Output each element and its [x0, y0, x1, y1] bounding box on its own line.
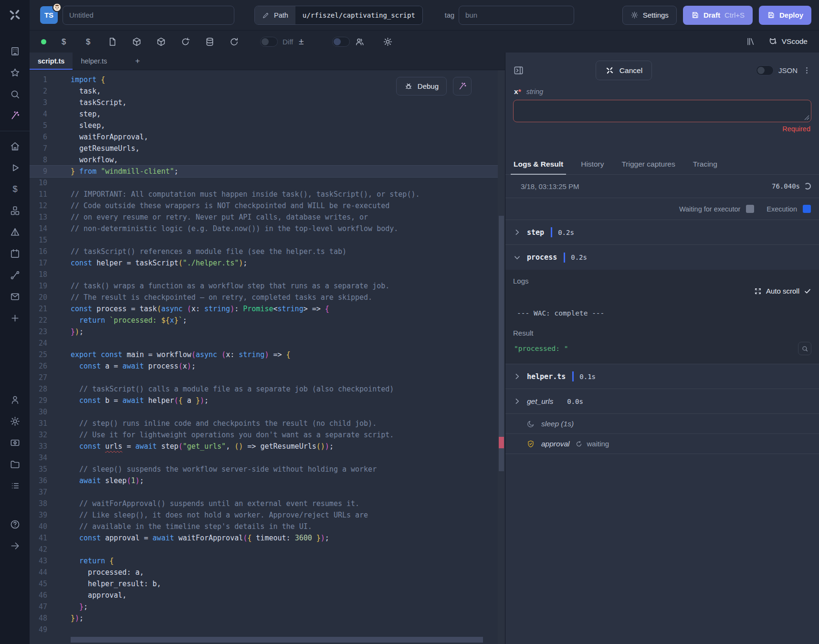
pyramid-icon[interactable] — [10, 227, 21, 238]
code-line[interactable]: 3 taskScript, — [30, 97, 505, 108]
windmill-logo-icon[interactable] — [0, 0, 30, 30]
code-line[interactable]: 9} from "windmill-client"; — [30, 166, 505, 177]
people-icon[interactable] — [355, 37, 365, 47]
tab-trigger-captures[interactable]: Trigger captures — [621, 155, 675, 174]
code-line[interactable]: 31 // step() runs inline code and checkp… — [30, 418, 505, 429]
tab-tracing[interactable]: Tracing — [693, 155, 717, 174]
code-line[interactable]: 12// Code outside these wrappers is NOT … — [30, 200, 505, 211]
code-line[interactable]: 35 // sleep() suspends the workflow serv… — [30, 464, 505, 475]
tab-logs-result[interactable]: Logs & Result — [514, 155, 563, 174]
code-line[interactable]: 36 await sleep(1); — [30, 475, 505, 486]
dollar-icon[interactable]: $ — [59, 37, 69, 47]
code-line[interactable]: 37 — [30, 486, 505, 498]
diff-toggle[interactable] — [260, 37, 278, 47]
debug-button[interactable]: Debug — [396, 77, 447, 95]
dollar-icon[interactable]: $ — [83, 37, 93, 47]
multiplayer-toggle[interactable] — [332, 37, 350, 47]
code-line[interactable]: 5 sleep, — [30, 120, 505, 131]
database-icon[interactable] — [205, 37, 215, 47]
folder-icon[interactable] — [10, 459, 21, 470]
code-line[interactable]: 11// IMPORTANT: All computation must hap… — [30, 189, 505, 200]
code-line[interactable]: 33 const urls = await step("get_urls", (… — [30, 441, 505, 452]
code-line[interactable]: 17const helper = taskScript("./helper.ts… — [30, 257, 505, 269]
code-line[interactable]: 24 — [30, 338, 505, 349]
code-line[interactable]: 22 return `processed: ${x}`; — [30, 315, 505, 326]
mail-icon[interactable] — [10, 291, 21, 302]
tab-history[interactable]: History — [581, 155, 604, 174]
code-line[interactable]: 46 approval, — [30, 590, 505, 601]
code-line[interactable]: 8 workflow, — [30, 154, 505, 166]
deploy-button[interactable]: Deploy — [759, 6, 811, 25]
path-field[interactable]: Path u/rfiszel/captivating_script — [254, 6, 423, 25]
code-line[interactable]: 28 // taskScript() calls a module file a… — [30, 383, 505, 395]
timeline-row-process[interactable]: process 0.2s — [505, 245, 819, 270]
home-icon[interactable] — [10, 141, 21, 152]
draft-button[interactable]: Draft Ctrl+S — [683, 6, 753, 25]
code-area[interactable]: 1import {2 task,3 taskScript,4 step,5 sl… — [30, 70, 505, 644]
horizontal-scrollbar-thumb[interactable] — [71, 637, 483, 643]
tag-input[interactable] — [459, 6, 574, 25]
code-line[interactable]: 20// The result is checkpointed — on ret… — [30, 292, 505, 303]
code-line[interactable]: 34 — [30, 452, 505, 464]
wand-icon[interactable] — [10, 110, 21, 121]
calendar-icon[interactable] — [10, 248, 21, 259]
tab-helper-ts[interactable]: helper.ts — [73, 53, 115, 70]
search-icon[interactable] — [10, 89, 21, 100]
code-line[interactable]: 7 getResumeUrls, — [30, 143, 505, 154]
vscode-button[interactable]: VScode — [768, 37, 808, 46]
vertical-scrollbar-thumb[interactable] — [499, 216, 504, 471]
add-tab-button[interactable]: + — [127, 53, 147, 70]
help-icon[interactable] — [10, 519, 21, 530]
code-line[interactable]: 6 waitForApproval, — [30, 131, 505, 143]
code-line[interactable]: 30 — [30, 406, 505, 418]
code-line[interactable]: 4 step, — [30, 108, 505, 120]
plus-icon[interactable] — [10, 313, 21, 324]
code-line[interactable]: 26 const a = await process(x); — [30, 360, 505, 372]
gear-icon[interactable] — [10, 416, 21, 427]
timeline-row-step[interactable]: step 0.2s — [505, 220, 819, 245]
autoscroll-control[interactable]: Auto scroll — [513, 287, 811, 295]
code-line[interactable]: 16// taskScript() references a module fi… — [30, 246, 505, 257]
cancel-button[interactable]: Cancel — [596, 61, 652, 80]
timeline-row-get-urls[interactable]: get_urls 0.0s — [505, 389, 819, 414]
timeline-row-approval[interactable]: approval waiting — [505, 434, 819, 454]
code-line[interactable]: 18 — [30, 269, 505, 280]
package-icon[interactable] — [132, 37, 142, 47]
plus-minus-icon[interactable]: ± — [297, 37, 305, 46]
code-line[interactable]: 15 — [30, 234, 505, 246]
code-line[interactable]: 41 const approval = await waitForApprova… — [30, 532, 505, 544]
person-icon[interactable] — [10, 394, 21, 405]
code-line[interactable]: 38 // waitForApproval() suspends until a… — [30, 498, 505, 509]
play-icon[interactable] — [10, 162, 21, 173]
code-line[interactable]: 21const process = task(async (x: string)… — [30, 303, 505, 315]
code-line[interactable]: 49 — [30, 624, 505, 635]
code-line[interactable]: 39 // Like sleep(), it does not hold a w… — [30, 509, 505, 521]
panel-collapse-icon[interactable] — [513, 65, 524, 76]
library-icon[interactable] — [746, 37, 756, 46]
code-line[interactable]: 45 helper_result: b, — [30, 578, 505, 590]
star-icon[interactable] — [10, 67, 21, 78]
code-line[interactable]: 42 — [30, 544, 505, 555]
script-name-input[interactable] — [63, 6, 234, 25]
code-line[interactable]: 14// non-deterministic logic (e.g. Date.… — [30, 223, 505, 234]
code-line[interactable]: 32 // Use it for lightweight operations … — [30, 429, 505, 441]
code-line[interactable]: 48}); — [30, 612, 505, 624]
x-input[interactable] — [513, 100, 811, 122]
search-result-button[interactable] — [798, 342, 811, 355]
json-toggle[interactable] — [756, 65, 774, 75]
gear-icon[interactable] — [383, 37, 393, 47]
arrow-right-icon[interactable] — [10, 540, 21, 551]
code-line[interactable]: 13// on every resume or retry. Never put… — [30, 211, 505, 223]
dollar-icon[interactable]: $ — [10, 184, 21, 195]
tab-script-ts[interactable]: script.ts — [30, 53, 73, 70]
code-line[interactable]: 27 — [30, 372, 505, 383]
timeline-row-sleep[interactable]: sleep (1s) — [505, 414, 819, 434]
kebab-menu-icon[interactable] — [802, 66, 811, 75]
timeline-row-helper[interactable]: helper.ts 0.1s — [505, 364, 819, 389]
package-icon[interactable] — [156, 37, 166, 47]
rotate-icon[interactable] — [180, 37, 190, 47]
code-line[interactable]: 10 — [30, 177, 505, 189]
refresh-icon[interactable] — [229, 37, 239, 47]
code-line[interactable]: 19// task() wraps a function as a workfl… — [30, 280, 505, 292]
code-line[interactable]: 40 // available in the timeline step's d… — [30, 521, 505, 532]
